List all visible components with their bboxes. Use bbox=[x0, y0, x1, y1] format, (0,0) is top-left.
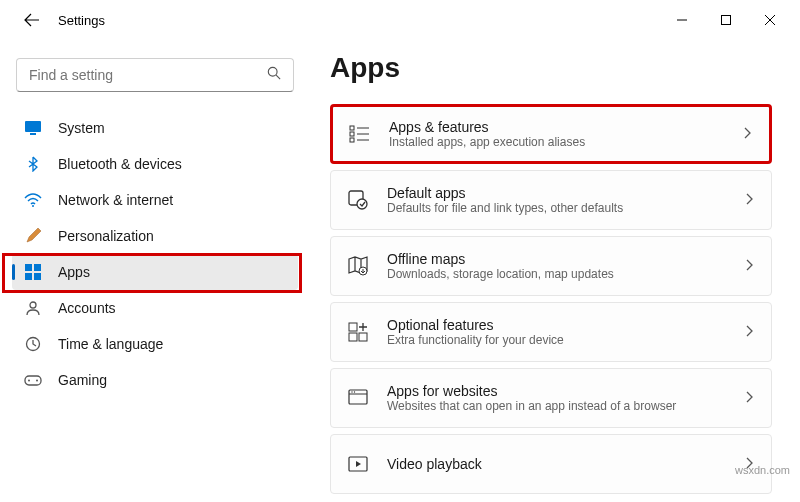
minimize-button[interactable] bbox=[660, 4, 704, 36]
sidebar-item-accounts[interactable]: Accounts bbox=[12, 290, 298, 326]
svg-rect-8 bbox=[34, 273, 41, 280]
svg-point-18 bbox=[357, 199, 367, 209]
card-optional-features[interactable]: Optional features Extra functionality fo… bbox=[330, 302, 772, 362]
card-title: Video playback bbox=[387, 456, 743, 472]
sidebar: System Bluetooth & devices Network & int… bbox=[0, 40, 310, 502]
card-subtitle: Websites that can open in an app instead… bbox=[387, 399, 743, 413]
brush-icon bbox=[24, 227, 42, 245]
sidebar-item-label: System bbox=[58, 120, 105, 136]
svg-rect-2 bbox=[25, 121, 41, 132]
arrow-left-icon bbox=[24, 12, 40, 28]
card-title: Default apps bbox=[387, 185, 743, 201]
sidebar-item-label: Network & internet bbox=[58, 192, 173, 208]
card-apps-features[interactable]: Apps & features Installed apps, app exec… bbox=[330, 104, 772, 164]
chevron-right-icon bbox=[743, 323, 755, 341]
svg-rect-15 bbox=[350, 132, 354, 136]
card-subtitle: Defaults for file and link types, other … bbox=[387, 201, 743, 215]
card-subtitle: Installed apps, app execution aliases bbox=[389, 135, 741, 149]
svg-rect-11 bbox=[25, 376, 41, 385]
person-icon bbox=[24, 299, 42, 317]
page-title: Apps bbox=[330, 52, 772, 84]
minimize-icon bbox=[677, 15, 687, 25]
search-box[interactable] bbox=[16, 58, 294, 92]
svg-rect-16 bbox=[350, 138, 354, 142]
sidebar-item-personalization[interactable]: Personalization bbox=[12, 218, 298, 254]
card-title: Apps & features bbox=[389, 119, 741, 135]
sidebar-item-label: Gaming bbox=[58, 372, 107, 388]
svg-point-9 bbox=[30, 302, 36, 308]
wifi-icon bbox=[24, 191, 42, 209]
sidebar-item-label: Time & language bbox=[58, 336, 163, 352]
sidebar-item-network[interactable]: Network & internet bbox=[12, 182, 298, 218]
sidebar-item-bluetooth[interactable]: Bluetooth & devices bbox=[12, 146, 298, 182]
svg-point-24 bbox=[351, 391, 352, 392]
apps-icon bbox=[24, 263, 42, 281]
card-title: Optional features bbox=[387, 317, 743, 333]
window-controls bbox=[660, 4, 792, 36]
search-icon bbox=[267, 66, 281, 84]
svg-point-1 bbox=[268, 67, 277, 76]
svg-rect-20 bbox=[349, 323, 357, 331]
svg-rect-7 bbox=[25, 273, 32, 280]
search-input[interactable] bbox=[29, 67, 267, 83]
sidebar-item-gaming[interactable]: Gaming bbox=[12, 362, 298, 398]
gaming-icon bbox=[24, 371, 42, 389]
watermark: wsxdn.com bbox=[735, 464, 790, 476]
sidebar-item-label: Personalization bbox=[58, 228, 154, 244]
titlebar: Settings bbox=[0, 0, 800, 40]
svg-rect-6 bbox=[34, 264, 41, 271]
default-apps-icon bbox=[347, 189, 369, 211]
svg-rect-5 bbox=[25, 264, 32, 271]
sidebar-item-time-language[interactable]: Time & language bbox=[12, 326, 298, 362]
card-title: Offline maps bbox=[387, 251, 743, 267]
website-icon bbox=[347, 387, 369, 409]
svg-rect-21 bbox=[349, 333, 357, 341]
card-default-apps[interactable]: Default apps Defaults for file and link … bbox=[330, 170, 772, 230]
card-title: Apps for websites bbox=[387, 383, 743, 399]
maximize-button[interactable] bbox=[704, 4, 748, 36]
add-feature-icon bbox=[347, 321, 369, 343]
chevron-right-icon bbox=[743, 191, 755, 209]
sidebar-item-label: Apps bbox=[58, 264, 90, 280]
svg-rect-22 bbox=[359, 333, 367, 341]
svg-point-25 bbox=[354, 391, 355, 392]
window-title: Settings bbox=[58, 13, 105, 28]
sidebar-item-label: Bluetooth & devices bbox=[58, 156, 182, 172]
svg-rect-3 bbox=[30, 133, 36, 135]
clock-icon bbox=[24, 335, 42, 353]
sidebar-item-system[interactable]: System bbox=[12, 110, 298, 146]
list-icon bbox=[349, 123, 371, 145]
svg-point-12 bbox=[28, 380, 30, 382]
display-icon bbox=[24, 119, 42, 137]
svg-rect-14 bbox=[350, 126, 354, 130]
card-apps-for-websites[interactable]: Apps for websites Websites that can open… bbox=[330, 368, 772, 428]
sidebar-item-apps[interactable]: Apps bbox=[12, 254, 298, 290]
chevron-right-icon bbox=[743, 257, 755, 275]
svg-point-4 bbox=[32, 205, 34, 207]
close-button[interactable] bbox=[748, 4, 792, 36]
bluetooth-icon bbox=[24, 155, 42, 173]
card-subtitle: Extra functionality for your device bbox=[387, 333, 743, 347]
chevron-right-icon bbox=[743, 389, 755, 407]
sidebar-item-label: Accounts bbox=[58, 300, 116, 316]
back-button[interactable] bbox=[16, 4, 48, 36]
card-subtitle: Downloads, storage location, map updates bbox=[387, 267, 743, 281]
card-video-playback[interactable]: Video playback bbox=[330, 434, 772, 494]
map-icon bbox=[347, 255, 369, 277]
main-content: Apps Apps & features Installed apps, app… bbox=[310, 40, 800, 502]
chevron-right-icon bbox=[741, 125, 753, 143]
video-icon bbox=[347, 453, 369, 475]
close-icon bbox=[765, 15, 775, 25]
maximize-icon bbox=[721, 15, 731, 25]
card-offline-maps[interactable]: Offline maps Downloads, storage location… bbox=[330, 236, 772, 296]
svg-rect-0 bbox=[722, 16, 731, 25]
svg-point-13 bbox=[36, 380, 38, 382]
